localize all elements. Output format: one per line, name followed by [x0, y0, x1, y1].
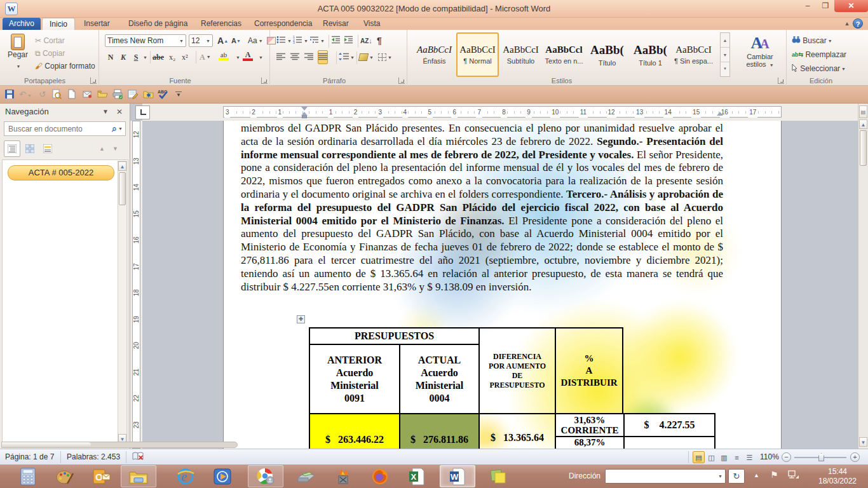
scrollbar-thumb[interactable]	[860, 130, 867, 166]
tab-inicio[interactable]: Inicio	[42, 18, 75, 30]
taskbar-outlook-icon[interactable]: O	[84, 465, 119, 487]
style-enfasis[interactable]: AaBbCcIÉnfasis	[413, 32, 456, 77]
nav-tab-results[interactable]	[39, 140, 56, 157]
prev-heading-icon[interactable]: ▲	[99, 140, 105, 157]
scroll-up-icon[interactable]: ▲	[721, 33, 729, 48]
web-layout-view-icon[interactable]: ▥	[718, 451, 730, 463]
minimize-button[interactable]: –	[799, 0, 816, 12]
select-button[interactable]: Seleccionar▼	[791, 62, 846, 76]
align-right-button[interactable]	[304, 50, 314, 64]
horizontal-scrollbar[interactable]	[1, 442, 238, 448]
address-input[interactable]	[606, 472, 717, 481]
taskbar-ie-icon[interactable]: e	[168, 465, 203, 487]
zoom-slider-thumb[interactable]	[818, 453, 824, 461]
show-hidden-icons-icon[interactable]: ▲	[754, 472, 759, 478]
justify-button[interactable]	[318, 50, 328, 64]
spelling-icon[interactable]: ABC	[158, 89, 169, 100]
taskbar-excel-icon[interactable]: X	[399, 465, 435, 487]
chevron-down-icon[interactable]: ▼	[236, 55, 240, 60]
taskbar-sticky-notes-icon[interactable]	[480, 465, 516, 487]
attach-mail-icon[interactable]	[81, 89, 93, 100]
numbered-list-button[interactable]: 123▼	[292, 34, 309, 48]
nav-heading-item[interactable]: ACTA # 005-2022	[8, 165, 114, 180]
taskbar-scanner-icon[interactable]	[288, 465, 324, 487]
nav-tab-headings[interactable]	[4, 140, 20, 157]
collapse-ribbon-icon[interactable]: ▲	[843, 19, 851, 28]
close-button[interactable]: ✕	[834, 0, 868, 12]
tab-insertar[interactable]: Insertar	[78, 18, 116, 30]
qat-overflow-icon[interactable]: ▼	[175, 92, 182, 99]
font-size-combo[interactable]: 12▼	[189, 34, 213, 47]
align-left-button[interactable]	[276, 50, 286, 64]
scroll-up-icon[interactable]: ▲	[859, 119, 867, 129]
tab-vista[interactable]: Vista	[357, 18, 386, 30]
tab-archivo[interactable]: Archivo	[3, 18, 41, 30]
superscript-button[interactable]: x²	[181, 50, 189, 64]
draft-view-icon[interactable]: ☰	[743, 451, 756, 463]
taskbar-burner-icon[interactable]	[325, 465, 361, 487]
paste-button[interactable]: Pegar ▼	[4, 34, 32, 77]
quick-print-icon[interactable]	[112, 89, 123, 100]
replace-button[interactable]: ab⇆ Reemplazar	[791, 48, 847, 62]
style-subtitulo[interactable]: AaBbCcISubtítulo	[499, 32, 542, 77]
document-scrollbar[interactable]: ▤ ▲ ▼	[858, 104, 868, 449]
taskbar-chrome-icon[interactable]	[248, 465, 283, 487]
underline-button[interactable]: S	[130, 50, 142, 64]
folder-options-icon[interactable]: ✱	[142, 89, 154, 100]
view-ruler-toggle-icon[interactable]: ▤	[859, 105, 867, 118]
copy-button[interactable]: ⧉ Copiar	[34, 46, 65, 60]
dialog-launcher-icon[interactable]	[778, 78, 784, 84]
print-preview-icon[interactable]	[51, 89, 62, 100]
tab-correspondencia[interactable]: Correspondencia	[248, 18, 318, 30]
highlight-color-button[interactable]: ab	[218, 49, 229, 63]
align-center-button[interactable]	[290, 50, 300, 64]
search-input[interactable]	[4, 125, 112, 133]
multilevel-list-button[interactable]: ▼	[309, 34, 325, 48]
save-icon[interactable]	[4, 89, 15, 100]
font-color-button[interactable]: A	[242, 49, 254, 63]
dialog-launcher-icon[interactable]	[90, 78, 97, 84]
zoom-out-icon[interactable]: −	[782, 452, 791, 462]
address-go-button[interactable]: ↻	[728, 469, 745, 484]
taskbar-paint-icon[interactable]	[47, 465, 83, 487]
strikethrough-button[interactable]: abe	[152, 50, 165, 64]
font-family-combo[interactable]: Times New Rom▼	[105, 34, 186, 47]
scrollbar-thumb[interactable]	[2, 442, 91, 447]
find-button[interactable]: Buscar▼	[791, 34, 833, 48]
bullet-list-button[interactable]: ▼	[276, 34, 292, 48]
taskbar-calculator-icon[interactable]	[10, 465, 46, 487]
print-layout-view-icon[interactable]: ▤	[693, 451, 705, 463]
show-marks-button[interactable]: ¶	[376, 34, 383, 48]
change-case-button[interactable]: Aa▼	[247, 34, 264, 48]
word-count[interactable]: Palabras: 2.453	[67, 452, 120, 461]
restore-button[interactable]: ❐	[817, 0, 834, 12]
bold-button[interactable]: N	[105, 50, 116, 64]
table-move-handle-icon[interactable]: ✚	[297, 315, 305, 323]
sort-button[interactable]: AZ↓	[360, 34, 373, 48]
zoom-level[interactable]: 110%	[760, 452, 779, 461]
first-line-indent-marker[interactable]	[301, 107, 308, 111]
italic-button[interactable]: K	[118, 50, 129, 64]
taskbar-firefox-icon[interactable]	[362, 465, 398, 487]
open-folder-icon[interactable]	[97, 89, 108, 100]
scroll-down-icon[interactable]: ▼	[721, 48, 729, 62]
subscript-button[interactable]: x₂	[168, 50, 176, 64]
search-icon[interactable]: ⌕	[112, 123, 117, 134]
scroll-down-icon[interactable]: ▼	[859, 437, 867, 447]
chevron-down-icon[interactable]: ▼	[143, 55, 147, 60]
nav-menu-chevron-icon[interactable]: ▼	[100, 107, 111, 117]
dialog-launcher-icon[interactable]	[261, 78, 268, 84]
hanging-indent-marker[interactable]	[301, 112, 308, 116]
increase-indent-button[interactable]	[343, 34, 354, 48]
nav-tab-pages[interactable]	[22, 140, 38, 157]
right-indent-marker[interactable]	[717, 112, 723, 116]
zoom-in-icon[interactable]: +	[850, 452, 860, 462]
help-icon[interactable]: ?	[853, 18, 863, 29]
nav-close-icon[interactable]: ✕	[114, 107, 125, 117]
new-document-icon[interactable]	[66, 89, 78, 100]
action-center-flag-icon[interactable]: ⚑	[770, 470, 778, 480]
shrink-font-button[interactable]: A▼	[231, 34, 241, 48]
tab-selector[interactable]	[135, 105, 150, 119]
chevron-down-icon[interactable]: ▼	[118, 126, 123, 131]
outline-view-icon[interactable]: ≡	[731, 451, 743, 463]
